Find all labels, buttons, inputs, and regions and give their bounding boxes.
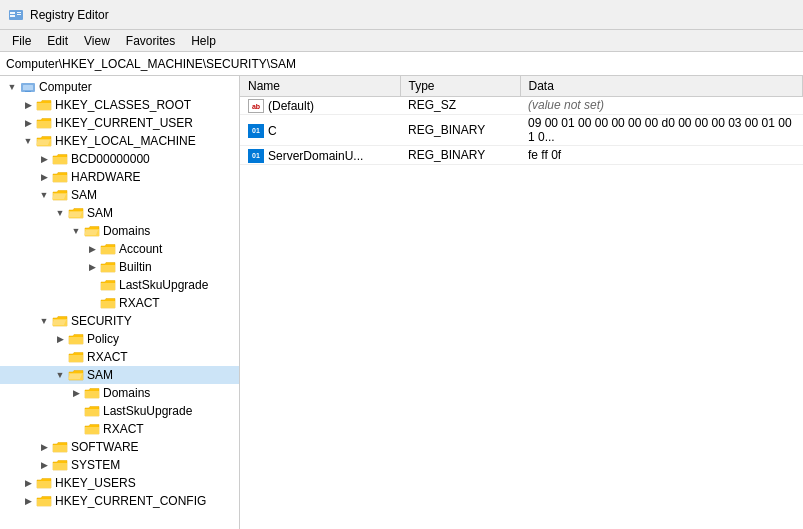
svg-rect-7	[25, 91, 31, 92]
row-data: 09 00 01 00 00 00 00 00 d0 00 00 00 03 0…	[520, 115, 803, 146]
arrow-hkcr[interactable]	[20, 100, 36, 110]
menu-view[interactable]: View	[76, 33, 118, 49]
label-hardware: HARDWARE	[71, 170, 141, 184]
row-type: REG_SZ	[400, 96, 520, 115]
row-data: (value not set)	[520, 96, 803, 115]
folder-icon	[84, 386, 100, 400]
arrow-security[interactable]	[36, 316, 52, 326]
svg-rect-1	[10, 12, 15, 14]
row-name: C	[268, 124, 277, 138]
row-name-cell: 01 C	[240, 115, 400, 146]
folder-icon	[84, 422, 100, 436]
tree-item-rxact-sec[interactable]: RXACT	[0, 348, 239, 366]
arrow-software[interactable]	[36, 442, 52, 452]
folder-icon-open	[68, 206, 84, 220]
tree-item-system[interactable]: SYSTEM	[0, 456, 239, 474]
label-hkcr: HKEY_CLASSES_ROOT	[55, 98, 191, 112]
label-hkcu: HKEY_CURRENT_USER	[55, 116, 193, 130]
tree-panel[interactable]: Computer HKEY_CLASSES_ROOT HKEY_CURRENT_…	[0, 76, 240, 529]
row-name-cell: ab (Default)	[240, 96, 400, 115]
menu-edit[interactable]: Edit	[39, 33, 76, 49]
folder-icon	[52, 440, 68, 454]
tree-item-hku[interactable]: HKEY_USERS	[0, 474, 239, 492]
tree-item-sam-top[interactable]: SAM	[0, 186, 239, 204]
content-panel: Name Type Data ab (Default) REG_SZ (valu…	[240, 76, 803, 529]
folder-icon-open	[52, 314, 68, 328]
label-domains-sec: Domains	[103, 386, 150, 400]
tree-item-domains-sec[interactable]: Domains	[0, 384, 239, 402]
table-row[interactable]: 01 ServerDomainU... REG_BINARY fe ff 0f	[240, 146, 803, 165]
label-builtin: Builtin	[119, 260, 152, 274]
label-sam-sub: SAM	[87, 206, 113, 220]
folder-icon-open	[52, 188, 68, 202]
folder-icon	[36, 494, 52, 508]
tree-item-hkcc[interactable]: HKEY_CURRENT_CONFIG	[0, 492, 239, 510]
tree-item-account[interactable]: Account	[0, 240, 239, 258]
arrow-bcd[interactable]	[36, 154, 52, 164]
arrow-sam-sec[interactable]	[52, 370, 68, 380]
menu-bar: File Edit View Favorites Help	[0, 30, 803, 52]
arrow-hklm[interactable]	[20, 136, 36, 146]
arrow-policy[interactable]	[52, 334, 68, 344]
arrow-builtin[interactable]	[84, 262, 100, 272]
tree-item-rxact-sec2[interactable]: RXACT	[0, 420, 239, 438]
label-sam-sec: SAM	[87, 368, 113, 382]
arrow-hkcu[interactable]	[20, 118, 36, 128]
tree-item-hkcr[interactable]: HKEY_CLASSES_ROOT	[0, 96, 239, 114]
label-rxact-sam: RXACT	[119, 296, 160, 310]
arrow-account[interactable]	[84, 244, 100, 254]
label-rxact-sec: RXACT	[87, 350, 128, 364]
tree-item-software[interactable]: SOFTWARE	[0, 438, 239, 456]
row-data: fe ff 0f	[520, 146, 803, 165]
col-data[interactable]: Data	[520, 76, 803, 96]
folder-icon	[100, 260, 116, 274]
folder-icon-open	[84, 224, 100, 238]
arrow-hku[interactable]	[20, 478, 36, 488]
tree-item-lastsku[interactable]: LastSkuUpgrade	[0, 276, 239, 294]
tree-item-policy[interactable]: Policy	[0, 330, 239, 348]
menu-file[interactable]: File	[4, 33, 39, 49]
label-hklm: HKEY_LOCAL_MACHINE	[55, 134, 196, 148]
folder-icon	[36, 98, 52, 112]
folder-icon	[36, 116, 52, 130]
col-name[interactable]: Name	[240, 76, 400, 96]
reg-type-icon-bin: 01	[248, 124, 264, 138]
tree-item-builtin[interactable]: Builtin	[0, 258, 239, 276]
arrow-hardware[interactable]	[36, 172, 52, 182]
arrow-domains[interactable]	[68, 226, 84, 236]
tree-item-hkcu[interactable]: HKEY_CURRENT_USER	[0, 114, 239, 132]
tree-item-sam-sec[interactable]: SAM	[0, 366, 239, 384]
tree-item-domains[interactable]: Domains	[0, 222, 239, 240]
menu-favorites[interactable]: Favorites	[118, 33, 183, 49]
tree-item-hardware[interactable]: HARDWARE	[0, 168, 239, 186]
arrow-computer[interactable]	[4, 82, 20, 92]
menu-help[interactable]: Help	[183, 33, 224, 49]
arrow-sam-sub[interactable]	[52, 208, 68, 218]
folder-icon	[52, 170, 68, 184]
label-security: SECURITY	[71, 314, 132, 328]
tree-item-computer[interactable]: Computer	[0, 78, 239, 96]
row-name-cell: 01 ServerDomainU...	[240, 146, 400, 165]
tree-item-lastsku-sec[interactable]: LastSkuUpgrade	[0, 402, 239, 420]
label-rxact-sec2: RXACT	[103, 422, 144, 436]
label-system: SYSTEM	[71, 458, 120, 472]
arrow-system[interactable]	[36, 460, 52, 470]
col-type[interactable]: Type	[400, 76, 520, 96]
svg-rect-3	[17, 14, 21, 15]
arrow-hkcc[interactable]	[20, 496, 36, 506]
tree-item-sam-sub[interactable]: SAM	[0, 204, 239, 222]
tree-item-rxact-sam[interactable]: RXACT	[0, 294, 239, 312]
table-row[interactable]: 01 C REG_BINARY 09 00 01 00 00 00 00 00 …	[240, 115, 803, 146]
tree-item-security[interactable]: SECURITY	[0, 312, 239, 330]
registry-table: Name Type Data ab (Default) REG_SZ (valu…	[240, 76, 803, 165]
label-lastsku: LastSkuUpgrade	[119, 278, 208, 292]
folder-icon	[100, 278, 116, 292]
folder-icon-open	[68, 368, 84, 382]
tree-item-hklm[interactable]: HKEY_LOCAL_MACHINE	[0, 132, 239, 150]
tree-item-bcd[interactable]: BCD00000000	[0, 150, 239, 168]
folder-icon	[100, 296, 116, 310]
arrow-sam-top[interactable]	[36, 190, 52, 200]
arrow-domains-sec[interactable]	[68, 388, 84, 398]
table-row[interactable]: ab (Default) REG_SZ (value not set)	[240, 96, 803, 115]
computer-icon	[20, 80, 36, 94]
